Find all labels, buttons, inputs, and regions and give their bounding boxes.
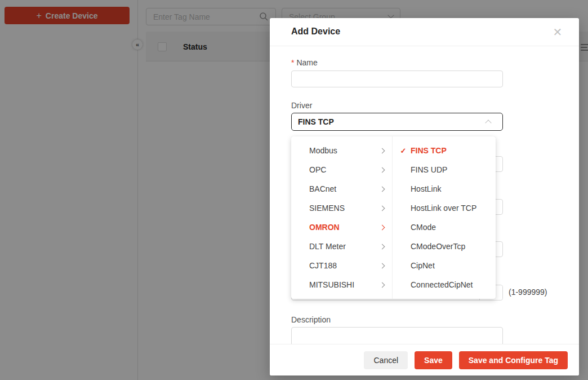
app-screen: + Create Device « Select Group Status Ad… bbox=[0, 0, 588, 380]
number-range-hint: (1-999999) bbox=[509, 288, 547, 297]
option-hostlink[interactable]: HostLink bbox=[393, 179, 495, 198]
chevron-right-icon bbox=[380, 224, 385, 230]
name-label: *Name bbox=[291, 58, 318, 67]
description-label: Description bbox=[291, 315, 331, 324]
add-device-modal: Add Device ✕ *Name Driver FINS TCP (1-99… bbox=[270, 18, 579, 375]
menu-item-mitsubishi[interactable]: MITSUBISHI bbox=[291, 275, 392, 294]
save-button[interactable]: Save bbox=[415, 351, 452, 369]
save-and-configure-tag-button[interactable]: Save and Configure Tag bbox=[459, 351, 568, 369]
menu-item-dlt-meter[interactable]: DLT Meter bbox=[291, 237, 392, 256]
required-asterisk: * bbox=[291, 58, 294, 67]
chevron-right-icon bbox=[380, 205, 385, 211]
driver-dropdown-menu: Modbus OPC BACnet SIEMENS OMRON bbox=[291, 136, 496, 299]
driver-select[interactable]: FINS TCP bbox=[291, 113, 503, 131]
modal-title: Add Device bbox=[291, 26, 340, 37]
menu-item-opc[interactable]: OPC bbox=[291, 160, 392, 179]
driver-label: Driver bbox=[291, 101, 312, 110]
close-icon[interactable]: ✕ bbox=[550, 24, 565, 40]
option-cipnet[interactable]: CipNet bbox=[393, 256, 495, 275]
driver-select-value: FINS TCP bbox=[298, 117, 334, 126]
chevron-right-icon bbox=[380, 282, 385, 288]
chevron-right-icon bbox=[380, 244, 385, 249]
option-hostlink-over-tcp[interactable]: HostLink over TCP bbox=[393, 198, 495, 218]
modal-footer: Cancel Save Save and Configure Tag bbox=[270, 344, 579, 375]
check-icon: ✓ bbox=[400, 147, 407, 155]
menu-item-bacnet[interactable]: BACnet bbox=[291, 179, 392, 198]
driver-category-column: Modbus OPC BACnet SIEMENS OMRON bbox=[291, 136, 393, 299]
option-cmodeovertcp[interactable]: CModeOverTcp bbox=[393, 237, 495, 256]
menu-item-siemens[interactable]: SIEMENS bbox=[291, 198, 392, 218]
modal-header: Add Device ✕ bbox=[270, 18, 579, 46]
driver-option-column: ✓ FINS TCP FINS UDP HostLink HostLink ov… bbox=[393, 136, 495, 299]
menu-item-modbus[interactable]: Modbus bbox=[291, 141, 392, 160]
option-fins-udp[interactable]: FINS UDP bbox=[393, 160, 495, 179]
chevron-right-icon bbox=[380, 263, 385, 268]
name-input[interactable] bbox=[291, 70, 503, 87]
option-fins-tcp[interactable]: ✓ FINS TCP bbox=[393, 141, 495, 160]
option-connectedcipnet[interactable]: ConnectedCipNet bbox=[393, 275, 495, 294]
cancel-button[interactable]: Cancel bbox=[364, 351, 408, 369]
menu-item-cjt188[interactable]: CJT188 bbox=[291, 256, 392, 275]
chevron-right-icon bbox=[380, 148, 385, 153]
chevron-right-icon bbox=[380, 167, 385, 173]
option-cmode[interactable]: CMode bbox=[393, 218, 495, 237]
menu-item-omron[interactable]: OMRON bbox=[291, 218, 392, 237]
chevron-right-icon bbox=[380, 186, 385, 192]
